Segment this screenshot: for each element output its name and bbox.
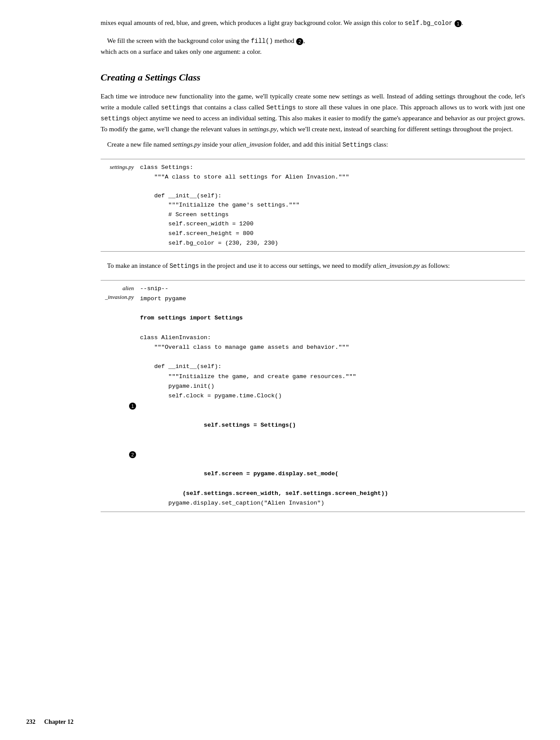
intro-text-1: mixes equal amounts of red, blue, and gr… <box>101 19 405 26</box>
alien-invasion-code: --snip-- import pygame from settings imp… <box>140 281 525 512</box>
page-number: 232 <box>26 717 35 727</box>
content-area: mixes equal amounts of red, blue, and gr… <box>101 18 525 512</box>
annotation-2-marker: 2 <box>129 450 136 460</box>
code-self-settings: 1 self.settings = Settings() <box>140 401 525 440</box>
intro-code-2: fill() <box>251 38 273 45</box>
code-snip: --snip-- <box>140 284 525 294</box>
annotation-circle-1: 1 <box>455 20 462 27</box>
code-blank2 <box>140 323 525 333</box>
code-pygame-caption: pygame.display.set_caption("Alien Invasi… <box>140 498 525 508</box>
intro-para1: mixes equal amounts of red, blue, and gr… <box>101 18 525 28</box>
chapter-label: Chapter 12 <box>44 717 74 727</box>
code-self-screen-args: (self.settings.screen_width, self.settin… <box>140 489 525 498</box>
code-from-import: from settings import Settings <box>140 313 525 323</box>
code-pygame-init: pygame.init() <box>140 382 525 391</box>
alien-invasion-label: alien _invasion.py <box>101 281 140 301</box>
settings-py-italic: settings.py <box>173 141 201 148</box>
intro-text-end: . <box>462 19 463 26</box>
code-init-docstring: """Initialize the game, and create game … <box>140 372 525 382</box>
settings-py-code: class Settings: """A class to store all … <box>140 159 525 251</box>
alien-label-1: alien <box>122 285 134 291</box>
code-blank4 <box>140 440 525 450</box>
code-import: import pygame <box>140 294 525 304</box>
code-blank1 <box>140 304 525 313</box>
settings-py-label: settings.py <box>101 159 140 172</box>
page-footer: 232 Chapter 12 <box>26 717 74 727</box>
alien-label-2: _invasion.py <box>105 294 134 300</box>
code-blank3 <box>140 352 525 362</box>
annotation-1-marker: 1 <box>129 402 136 411</box>
intro-text-2b: which acts on a surface and takes only o… <box>101 48 262 55</box>
annotation-circle-2: 2 <box>296 38 303 45</box>
code-self-screen: 2 self.screen = pygame.display.set_mode( <box>140 450 525 489</box>
code-self-screen-args-bold: (self.settings.screen_width, self.settin… <box>140 490 388 497</box>
code-self-settings-bold: self.settings = Settings() <box>175 422 296 428</box>
alien-invasion-code-container: alien _invasion.py --snip-- import pygam… <box>101 280 525 512</box>
code-from-import-bold: from settings import Settings <box>140 315 243 321</box>
settings-py-code-container: settings.py class Settings: """A class t… <box>101 159 525 252</box>
code-self-clock: self.clock = pygame.time.Clock() <box>140 391 525 401</box>
alien-invasion-italic: alien_invasion <box>233 141 272 148</box>
intro-text-2: We fill the screen with the background c… <box>107 37 251 44</box>
intro-para2: We fill the screen with the background c… <box>101 35 525 57</box>
section-body1-text: Each time we introduce new functionality… <box>101 93 525 133</box>
code-class-def: class AlienInvasion: <box>140 333 525 343</box>
page: mixes equal amounts of red, blue, and gr… <box>0 0 560 740</box>
section-heading: Creating a Settings Class <box>101 70 525 85</box>
code-def-init: def __init__(self): <box>140 362 525 372</box>
middle-para-text: To make an instance of Settings in the p… <box>107 262 450 269</box>
code-class-docstring: """Overall class to manage game assets a… <box>140 343 525 352</box>
section-body1: Each time we introduce new functionality… <box>101 91 525 135</box>
code-self-screen-bold: self.screen = pygame.display.set_mode( <box>175 470 339 477</box>
section-body2: Create a new file named settings.py insi… <box>101 139 525 150</box>
intro-code-1: self.bg_color <box>405 20 452 27</box>
middle-para: To make an instance of Settings in the p… <box>101 260 525 271</box>
